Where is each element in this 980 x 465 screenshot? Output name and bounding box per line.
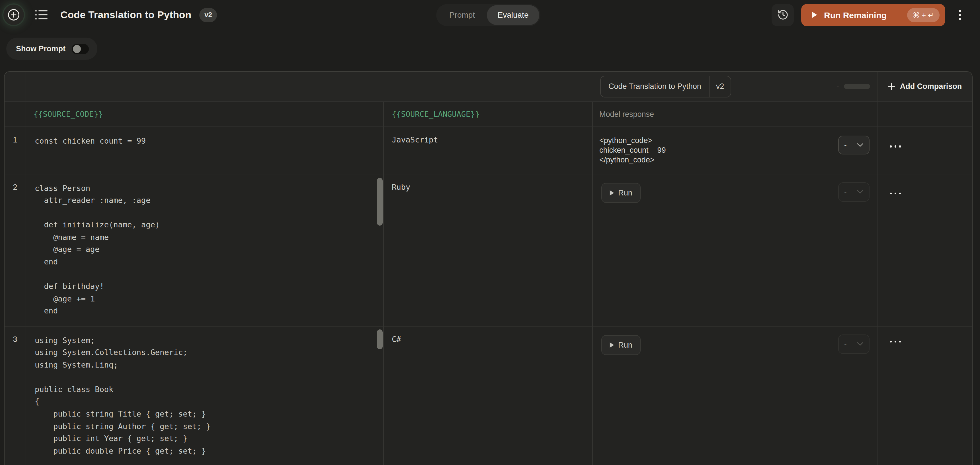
page-title: Code Translation to Python [60,9,191,21]
add-comparison-label: Add Comparison [900,82,962,91]
score-placeholder: - [837,82,839,91]
score-value: - [844,340,847,348]
run-row-button[interactable]: Run [601,183,640,203]
score-dropdown[interactable]: - [838,334,869,353]
tab-prompt[interactable]: Prompt [438,5,487,25]
source-code-text: class Person attr_reader :name, :age def… [35,182,375,317]
table-row: 2 class Person attr_reader :name, :age d… [5,174,972,326]
show-prompt-toggle[interactable] [72,43,89,54]
row-menu-button[interactable] [878,340,901,342]
source-code-cell[interactable]: const chicken_count = 99 [25,127,383,174]
model-response-cell: <python_code> chicken_count = 99 </pytho… [592,127,830,174]
score-value: - [844,141,847,149]
source-code-cell[interactable]: class Person attr_reader :name, :age def… [25,174,383,326]
table-header-row: Code Translation to Python v2 - Add Comp… [5,72,972,101]
chevron-down-icon [857,190,863,194]
toggle-knob [73,45,81,53]
run-remaining-label: Run Remaining [824,10,887,20]
row-number: 3 [5,326,25,465]
row-menu-button[interactable] [878,145,901,147]
model-response-header: Model response [592,102,830,126]
score-dropdown[interactable]: - [838,182,869,201]
cell-scrollbar[interactable] [377,177,383,225]
play-icon [609,190,614,196]
score-progress-pill [844,84,870,89]
new-item-button[interactable] [3,5,24,25]
top-bar: Code Translation to Python v2 Prompt Eva… [0,0,980,30]
add-comparison-button[interactable]: Add Comparison [878,72,972,101]
play-icon [811,11,818,19]
list-icon [35,9,48,21]
model-version-chip[interactable]: Code Translation to Python v2 [600,76,731,97]
score-value: - [844,188,847,196]
app-root: Code Translation to Python v2 Prompt Eva… [0,0,980,465]
ellipsis-icon [890,340,892,342]
source-language-cell[interactable]: JavaScript [383,127,592,174]
source-code-cell[interactable]: using System; using System.Collections.G… [25,326,383,465]
history-button[interactable] [772,4,794,26]
version-badge: v2 [199,8,217,22]
prompt-list-button[interactable] [33,6,50,23]
score-summary-header: - [830,72,877,101]
show-prompt-label: Show Prompt [16,45,65,53]
source-code-variable: {{SOURCE_CODE}} [25,102,383,126]
row-menu-button[interactable] [878,192,901,194]
table-row: 3 using System; using System.Collections… [5,326,972,465]
model-response-text: <python_code> chicken_count = 99 </pytho… [599,136,823,165]
table-row: 1 const chicken_count = 99 JavaScript <p… [5,126,972,174]
keyboard-shortcut-badge: ⌘ + ↵ [907,8,940,22]
tab-evaluate[interactable]: Evaluate [487,5,539,25]
run-remaining-button[interactable]: Run Remaining ⌘ + ↵ [801,4,945,26]
kebab-icon [959,10,961,12]
source-language-cell[interactable]: Ruby [383,174,592,326]
plus-icon [888,83,896,90]
chevron-down-icon [857,342,863,346]
play-icon [609,342,614,348]
mode-segmented-control: Prompt Evaluate [436,4,540,26]
chevron-down-icon [857,143,863,147]
run-label: Run [618,341,632,349]
cell-scrollbar[interactable] [377,329,383,349]
ellipsis-icon [890,192,892,194]
ellipsis-icon [890,145,892,147]
source-language-variable: {{SOURCE_LANGUAGE}} [383,102,592,126]
row-number: 2 [5,174,25,326]
model-chip-name: Code Translation to Python [600,77,709,97]
source-code-text: const chicken_count = 99 [35,135,375,147]
evaluation-table: Code Translation to Python v2 - Add Comp… [4,71,973,465]
row-number: 1 [5,127,25,174]
source-language-cell[interactable]: C# [383,326,592,465]
show-prompt-control: Show Prompt [6,38,97,60]
more-options-button[interactable] [951,4,969,26]
run-row-button[interactable]: Run [601,335,640,355]
template-variables-row: {{SOURCE_CODE}} {{SOURCE_LANGUAGE}} Mode… [5,101,972,126]
run-label: Run [618,189,632,197]
model-chip-version: v2 [709,77,730,97]
source-code-text: using System; using System.Collections.G… [35,334,375,457]
score-dropdown[interactable]: - [838,135,869,155]
plus-circle-icon [7,8,20,21]
history-icon [777,9,788,21]
